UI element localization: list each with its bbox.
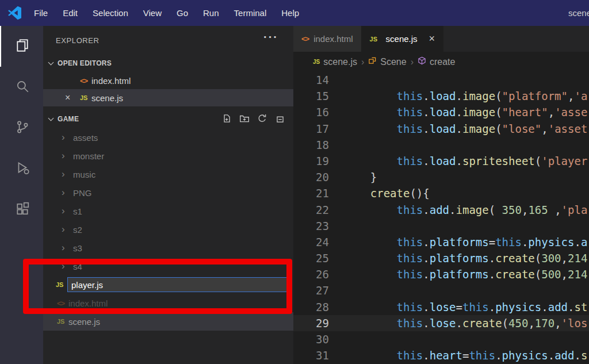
code-line-20[interactable]: 20 } xyxy=(293,169,589,185)
breadcrumb-file[interactable]: JS scene.js xyxy=(313,57,357,67)
folder-item-monster[interactable]: ›monster xyxy=(43,147,293,165)
menu-item-help[interactable]: Help xyxy=(274,0,307,26)
line-number: 29 xyxy=(293,315,329,331)
game-section-header[interactable]: GAME xyxy=(43,110,293,128)
code-line-29[interactable]: 29 this.lose.create(450,170,'los xyxy=(293,315,589,331)
js-file-icon: JS xyxy=(57,318,68,325)
activity-source-control[interactable] xyxy=(0,108,43,148)
code-line-27[interactable]: 27 xyxy=(293,282,589,298)
code-text: this.platforms.create(300,214 xyxy=(344,250,587,266)
code-line-16[interactable]: 16 this.load.image("heart",'asse xyxy=(293,104,589,120)
chevron-down-icon xyxy=(48,116,54,121)
new-file-icon[interactable] xyxy=(221,113,232,125)
folder-label: music xyxy=(73,170,95,179)
code-line-28[interactable]: 28 this.lose=this.physics.add.st xyxy=(293,299,589,315)
title-bar: FileEditSelectionViewGoRunTerminalHelp s… xyxy=(0,0,589,26)
code-text: this.heart=this.physics.add.s xyxy=(344,347,587,363)
line-number: 19 xyxy=(293,153,329,169)
more-actions-icon[interactable]: ··· xyxy=(263,30,278,44)
collapse-all-icon[interactable] xyxy=(275,113,285,125)
folder-item-s3[interactable]: ›s3 xyxy=(43,239,293,257)
menu-item-file[interactable]: File xyxy=(26,0,55,26)
chevron-right-icon: › xyxy=(62,260,70,272)
extensions-icon xyxy=(15,201,30,219)
folder-item-png[interactable]: ›PNG xyxy=(43,183,293,202)
menu-item-edit[interactable]: Edit xyxy=(55,0,85,26)
rename-file-input[interactable] xyxy=(67,277,291,292)
code-line-17[interactable]: 17 this.load.image("lose",'asset xyxy=(293,121,589,137)
activity-explorer[interactable] xyxy=(0,26,43,67)
chevron-right-icon: › xyxy=(62,242,70,254)
file-item-scene-js[interactable]: JS scene.js xyxy=(43,312,293,331)
folder-item-s1[interactable]: ›s1 xyxy=(43,202,293,220)
folder-label: monster xyxy=(73,151,104,161)
open-editor-index-html[interactable]: × <> index.html xyxy=(43,72,293,89)
code-line-19[interactable]: 19 this.load.spritesheet('player xyxy=(293,153,589,169)
js-file-icon: JS xyxy=(370,36,381,43)
tab-label: scene.js xyxy=(386,34,418,44)
breadcrumb-method[interactable]: create xyxy=(418,56,455,67)
source-control-icon xyxy=(15,120,30,137)
search-icon xyxy=(15,79,30,96)
line-number: 15 xyxy=(293,88,329,104)
folder-label: assets xyxy=(73,133,98,143)
file-item-index-html[interactable]: <> index.html xyxy=(43,294,293,312)
code-line-14[interactable]: 14 xyxy=(293,72,589,88)
symbol-method-icon xyxy=(418,56,426,67)
menu-item-view[interactable]: View xyxy=(136,0,169,26)
line-number: 26 xyxy=(293,266,329,282)
code-text: create(){ xyxy=(344,185,430,201)
menu-item-run[interactable]: Run xyxy=(196,0,227,26)
activity-extensions[interactable] xyxy=(0,189,43,230)
open-editor-label: index.html xyxy=(91,76,131,86)
open-editors-label: OPEN EDITORS xyxy=(58,59,112,67)
chevron-right-icon: › xyxy=(62,150,70,162)
folder-item-music[interactable]: ›music xyxy=(43,165,293,183)
folder-label: s4 xyxy=(73,262,82,271)
refresh-icon[interactable] xyxy=(257,113,267,125)
new-folder-icon[interactable] xyxy=(239,113,250,125)
folder-item-s4[interactable]: ›s4 xyxy=(43,257,293,275)
code-text: this.lose=this.physics.add.st xyxy=(344,299,587,315)
tab-index-html[interactable]: <> index.html xyxy=(293,26,362,52)
activity-search[interactable] xyxy=(0,67,43,108)
symbol-class-icon xyxy=(368,56,377,67)
line-number: 31 xyxy=(293,347,329,363)
code-line-25[interactable]: 25 this.platforms.create(300,214 xyxy=(293,250,589,266)
sidebar-title: EXPLORER ··· xyxy=(43,26,293,55)
code-area[interactable]: 1415 this.load.image("platform",'a16 thi… xyxy=(293,72,589,364)
code-line-26[interactable]: 26 this.platforms.create(500,214 xyxy=(293,266,589,282)
code-line-15[interactable]: 15 this.load.image("platform",'a xyxy=(293,88,589,104)
code-line-22[interactable]: 22 this.add.image( 350,165 ,'pla xyxy=(293,202,589,218)
html-file-icon: <> xyxy=(57,299,68,308)
html-file-icon: <> xyxy=(301,35,309,43)
code-line-24[interactable]: 24 this.platforms=this.physics.a xyxy=(293,234,589,250)
close-icon[interactable]: × xyxy=(429,33,435,45)
code-line-21[interactable]: 21 create(){ xyxy=(293,185,589,201)
tab-scene-js[interactable]: JS scene.js × xyxy=(362,26,444,52)
breadcrumb-class[interactable]: Scene xyxy=(368,56,406,67)
code-line-18[interactable]: 18 xyxy=(293,137,589,153)
chevron-right-icon: › xyxy=(62,224,70,235)
code-text: this.add.image( 350,165 ,'pla xyxy=(344,202,587,218)
activity-run-debug[interactable] xyxy=(0,148,43,189)
menu-item-terminal[interactable]: Terminal xyxy=(227,0,274,26)
breadcrumb-label: scene.js xyxy=(323,57,357,67)
open-editor-scene-js[interactable]: × JS scene.js xyxy=(43,89,293,106)
line-number: 28 xyxy=(293,299,329,315)
run-debug-icon xyxy=(15,160,30,178)
code-line-23[interactable]: 23 xyxy=(293,218,589,234)
menu-item-selection[interactable]: Selection xyxy=(85,0,136,26)
close-icon[interactable]: × xyxy=(65,93,80,103)
line-number: 20 xyxy=(293,169,329,185)
menu-item-go[interactable]: Go xyxy=(169,0,196,26)
code-line-31[interactable]: 31 this.heart=this.physics.add.s xyxy=(293,347,589,363)
folder-item-s2[interactable]: ›s2 xyxy=(43,220,293,239)
folder-item-assets[interactable]: ›assets xyxy=(43,128,293,147)
code-line-30[interactable]: 30 xyxy=(293,331,589,347)
tab-bar: <> index.html JS scene.js × xyxy=(293,26,589,52)
line-number: 30 xyxy=(293,331,329,347)
open-editors-header[interactable]: OPEN EDITORS xyxy=(43,55,293,72)
line-number: 17 xyxy=(293,121,329,137)
folder-label: s2 xyxy=(73,225,82,235)
